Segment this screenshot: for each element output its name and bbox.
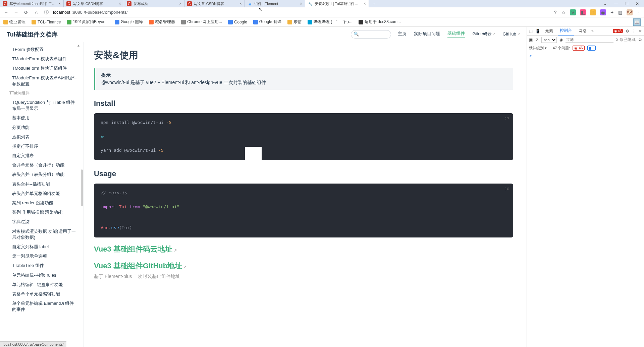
bookmark[interactable]: 物业管理 [3,19,25,25]
bookmark[interactable]: Google [228,20,247,24]
maximize-icon[interactable]: ❐ [621,1,632,6]
bookmark[interactable]: 域名管理器 [149,19,175,25]
gear-icon[interactable]: ⚙ [626,29,629,33]
url-port: :8080 [71,10,83,15]
nav-base-components[interactable]: 基础组件 [447,30,465,38]
sidebar-item[interactable]: TModuleForm 模块详情组件 [0,64,84,73]
sidebar-item[interactable]: 表头合并（表头分组）功能 [0,170,84,179]
sidebar-item[interactable]: 单个单元格编辑 ElementUi 组件的事件 [0,299,84,314]
sidebar-toggle-icon[interactable]: ▣ [529,38,533,42]
vue-extension-icon[interactable]: V [570,9,576,15]
collapse-icon[interactable]: ▲ [77,44,80,47]
sidebar-item[interactable]: 指定行不排序 [0,142,84,151]
close-icon[interactable]: × [364,1,366,6]
extension-icon[interactable]: T [590,9,596,15]
filter-input[interactable] [566,37,613,43]
devtab-console[interactable]: 控制台 [558,26,574,36]
sidebar-item[interactable]: 基本使用 [0,113,84,123]
sidebar-item[interactable]: TForm 参数配置 [0,45,84,54]
sidebar-item[interactable]: 单元格编辑--键盘事件功能 [0,280,84,289]
sidebar-item[interactable]: 第一列显示单选项 [0,252,84,261]
inspect-icon[interactable]: ⬚ [529,29,533,33]
sidebar-item[interactable]: 对象模式渲染数据 功能(适用于一层对象数据) [0,227,84,242]
devtab-elements[interactable]: 元素 [543,27,555,35]
extension-icon[interactable]: ◧ [580,9,586,15]
info-icon[interactable]: ⓘ [43,9,50,15]
issue-errors[interactable]: ◉ 46 [573,46,584,51]
tab-0[interactable]: C基于element和antd组件二次封× [0,0,64,7]
sidebar-item[interactable]: 字典过滤 [0,217,84,226]
back-icon[interactable]: ← [3,10,9,15]
bookmark[interactable]: 东信 [287,19,302,25]
sidebar-item[interactable]: TModuleForm 模块表单/详情组件参数配置 [0,73,84,89]
gear-icon[interactable]: ⚙ [638,38,642,42]
sidebar-item[interactable]: 表头合并单元格编辑功能 [0,189,84,198]
url-input[interactable]: localhost:8080/t-ui/baseComponents/ [53,10,128,15]
sidebar-item[interactable]: 合并单元格（合并行）功能 [0,160,84,170]
bookmark[interactable]: Google 翻译 [253,19,281,25]
home-icon[interactable]: ⌂ [33,10,40,15]
reading-list-icon[interactable]: 📖 [633,18,641,26]
sidebar-item[interactable]: 自定义排序 [0,151,84,160]
sidebar-item[interactable]: 某列 render 渲染功能 [0,198,84,208]
tab-3[interactable]: C写文章-CSDN博客× [184,0,245,7]
close-icon[interactable]: ✕ [639,29,642,33]
link-gitee-vue3[interactable]: Vue3 基础组件码云地址↗ [94,244,513,254]
more-tabs-icon[interactable]: » [591,29,594,33]
context-selector[interactable]: top [541,37,557,43]
sidepanel-icon[interactable]: ▥ [618,10,623,15]
sidebar-item[interactable]: TTableTree 组件 [0,261,84,270]
scrollbar[interactable] [81,169,83,206]
link-github-vue3[interactable]: Vue3 基础组件GitHub地址↗ [94,261,513,271]
nav-gitee[interactable]: Gitee码云↗ [472,30,495,38]
bookmark[interactable]: 1991黄家驹Beyon... [67,19,109,25]
menu-icon[interactable]: ⋮ [637,10,641,15]
eye-icon[interactable]: ◉ [559,38,563,42]
sidebar-item[interactable]: 某列 作用域插槽 渲染功能 [0,208,84,217]
window-close-icon[interactable]: ✕ [632,1,643,6]
sidebar-item[interactable]: TModuleForm 模块表单组件 [0,54,84,64]
bookmark[interactable]: Google 翻译 [115,19,143,25]
bookmark[interactable]: Chrome 网上应用... [181,19,222,25]
extensions-icon[interactable]: ✦ [610,10,614,15]
reload-icon[interactable]: ⟳ [23,10,30,15]
devtab-network[interactable]: 网络 [577,27,589,35]
clear-icon[interactable]: ⊘ [535,38,539,42]
sidebar-item[interactable]: 表格单个单元格编辑功能 [0,289,84,299]
issue-info[interactable]: ▮ 1 [587,46,596,51]
sidebar-item[interactable]: 分页功能 [0,123,84,132]
bookmark[interactable]: 哔哩哔哩 ( ゜- ゜)つ... [308,19,353,25]
close-icon[interactable]: × [58,1,61,6]
nav-github[interactable]: GitHub↗ [503,30,520,38]
close-icon[interactable]: × [179,1,181,6]
nav-home[interactable]: 主页 [398,30,407,38]
sidebar-item[interactable]: TQueryCondition 与 TTable 组件布局一屏显示 [0,98,84,113]
sidebar-item[interactable]: 单元格编辑--校验 rules [0,271,84,280]
sidebar-item[interactable]: 表头合并--插槽功能 [0,180,84,189]
star-icon[interactable]: ☆ [561,10,566,15]
minimize-icon[interactable]: — [610,1,621,6]
close-icon[interactable]: × [300,1,302,6]
close-icon[interactable]: × [239,1,242,6]
chevron-down-icon[interactable]: ⌄ [600,1,610,6]
device-icon[interactable]: 📱 [535,29,540,33]
forward-icon[interactable]: → [13,10,19,15]
tab-5[interactable]: 🔧安装&使用 | Tui基础组件文档库× [305,0,369,7]
sidebar-item[interactable]: 虚拟列表 [0,132,84,142]
bookmark[interactable]: TCL-Finance [32,20,61,24]
console-output[interactable]: > [527,52,644,347]
nav-projects[interactable]: 实际项目问题 [414,30,440,38]
tab-1[interactable]: C写文章-CSDN博客× [64,0,124,7]
level-selector[interactable]: 默认级别 ▾ [529,46,547,51]
bookmark[interactable]: 适用于 doc88.com... [359,19,401,25]
avatar[interactable]: 🐶 [627,9,633,15]
menu-icon[interactable]: ⋮ [632,29,636,33]
new-tab-button[interactable]: + [369,0,379,7]
sidebar-item[interactable]: 自定义列标题 label [0,242,84,252]
close-icon[interactable]: × [119,1,121,6]
extension-icon[interactable]: ◉ [600,9,606,15]
share-icon[interactable]: ⇪ [553,10,557,15]
tab-2[interactable]: C发布成功× [124,0,184,7]
error-badge[interactable]: ◉ 46 [613,29,623,33]
tab-4[interactable]: ◉组件 | Element× [245,0,305,7]
